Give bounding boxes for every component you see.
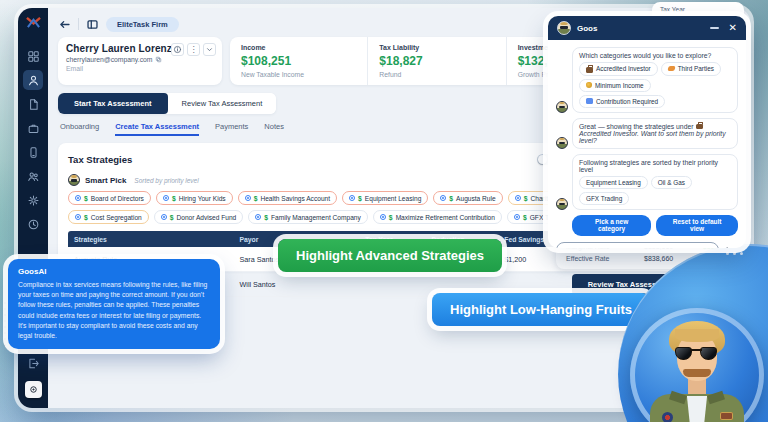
topbar-divider (78, 18, 79, 30)
stat-tax-liability: Tax Liability $18,827 Refund (367, 37, 505, 85)
strategy-chip[interactable]: $Cost Segregation (68, 210, 149, 224)
smart-pick-label: Smart Pick (85, 176, 126, 185)
documents-icon[interactable] (23, 94, 43, 114)
briefcase-icon (696, 124, 703, 130)
goos-avatar (556, 137, 568, 149)
strategy-chip[interactable]: $Hiring Your Kids (156, 191, 233, 205)
client-card: Cherry Lauren Lorenzo cherrylauren@compa… (58, 37, 222, 85)
client-email: cherrylauren@company.com (66, 56, 214, 63)
strategy-chip[interactable]: Equipment Leasing (579, 176, 648, 189)
chat-message: Following strategies are sorted by their… (556, 154, 738, 210)
start-tax-assessment-button[interactable]: Start Tax Assessment (58, 93, 168, 114)
dollar-icon: $ (389, 214, 393, 221)
category-chip[interactable]: Minimum Income (579, 79, 651, 92)
pick-new-category-button[interactable]: Pick a new category (572, 215, 651, 236)
collapse-chevron-button[interactable] (203, 43, 216, 56)
dots-decoration (726, 252, 743, 255)
tax-year-label: Tax Year (660, 6, 736, 13)
briefcase-icon[interactable] (23, 118, 43, 138)
chat-message-text: Great — showing the strategies under (579, 123, 693, 130)
goos-avatar (68, 174, 80, 186)
reset-default-view-button[interactable]: Reset to default view (656, 215, 738, 236)
dollar-icon: $ (254, 195, 258, 202)
chat-message-text: Which categories would you like to explo… (579, 52, 711, 59)
strategy-chip[interactable]: $Augusta Rule (433, 191, 502, 205)
kebab-menu-button[interactable]: ⋮ (187, 43, 200, 56)
minimize-icon[interactable] (710, 27, 719, 29)
dollar-icon: $ (358, 195, 362, 202)
firm-badge[interactable]: EliteTask Firm (106, 17, 179, 32)
tab-onboarding[interactable]: Onboarding (60, 122, 99, 136)
bot-launcher-button[interactable] (25, 381, 42, 398)
strategy-chip[interactable]: GFX Trading (579, 192, 629, 205)
goosai-tooltip: GoosAI Compliance in tax services means … (8, 259, 220, 349)
history-icon[interactable] (23, 214, 43, 234)
target-icon (163, 195, 169, 201)
target-icon (161, 214, 167, 220)
highlight-advanced-strategies-button[interactable]: Highlight Advanced Strategies (278, 239, 502, 272)
clients-icon[interactable] (23, 70, 43, 90)
numbers-icon (586, 98, 593, 104)
back-button[interactable] (58, 18, 71, 31)
chat-message: Great — showing the strategies under Acc… (556, 118, 738, 149)
mobile-icon[interactable] (23, 142, 43, 162)
briefcase-icon (586, 67, 593, 73)
strategy-chip[interactable]: $Health Savings Account (238, 191, 337, 205)
dollar-icon: $ (172, 195, 176, 202)
goos-avatar (557, 21, 571, 35)
strategy-chip[interactable]: Oil & Gas (651, 176, 692, 189)
target-icon (75, 214, 81, 220)
dollar-icon: $ (170, 214, 174, 221)
target-icon (75, 195, 81, 201)
assessment-toggle-group: Start Tax Assessment Review Tax Assessme… (58, 93, 276, 114)
tax-strategies-title: Tax Strategies (68, 154, 132, 165)
stat-income: Income $108,251 New Taxable Income (230, 37, 367, 85)
category-chip[interactable]: Accredited Investor (579, 62, 658, 76)
chat-input[interactable] (556, 242, 719, 249)
dollar-icon: $ (524, 195, 528, 202)
smart-pick-subtitle: Sorted by priority level (134, 177, 198, 184)
client-email-label: Email (66, 65, 214, 72)
dashboard-icon[interactable] (23, 46, 43, 66)
settings-icon[interactable] (23, 190, 43, 210)
strategy-chip[interactable]: $Family Management Company (248, 210, 368, 224)
goos-avatar (556, 198, 568, 210)
strategy-chip[interactable]: $Donor Advised Fund (154, 210, 244, 224)
send-button[interactable] (725, 246, 738, 249)
tab-notes[interactable]: Notes (264, 122, 284, 136)
copy-icon[interactable] (155, 56, 162, 63)
goosai-title: GoosAI (18, 267, 210, 276)
goos-avatar (556, 101, 568, 113)
target-icon (255, 214, 261, 220)
chat-message-text: Following strategies are sorted by their… (579, 159, 718, 173)
info-button[interactable] (171, 43, 184, 56)
mascot-mustache (683, 369, 711, 377)
tab-payments[interactable]: Payments (215, 122, 248, 136)
target-icon (514, 214, 520, 220)
category-chip[interactable]: Contribution Required (579, 95, 665, 108)
highlight-low-hanging-fruits-button[interactable]: Highlight Low-Hanging Fruits (432, 293, 650, 326)
chat-message-text: Accredited Investor. Want to sort them b… (579, 130, 726, 144)
category-chip[interactable]: Third Parties (661, 62, 721, 76)
logout-icon[interactable] (23, 353, 43, 373)
chat-panel: Goos ✕ Which categories would you like t… (548, 16, 746, 248)
strategy-chip[interactable]: $Maximize Retirement Contribution (373, 210, 502, 224)
handshake-icon (667, 66, 675, 71)
moneybag-icon (586, 82, 592, 89)
app-logo-icon (25, 15, 42, 30)
close-icon[interactable]: ✕ (729, 23, 737, 33)
dollar-icon: $ (264, 214, 268, 221)
team-icon[interactable] (23, 166, 43, 186)
desktop-background: EliteTask Firm Cherry Lauren Lorenzo che… (0, 0, 768, 422)
dollar-icon: $ (449, 195, 453, 202)
strategy-chip[interactable]: $Equipment Leasing (342, 191, 428, 205)
target-icon (515, 195, 521, 201)
chat-message: Which categories would you like to explo… (556, 47, 738, 113)
tab-create-tax-assessment[interactable]: Create Tax Assessment (115, 122, 199, 136)
target-icon (440, 195, 446, 201)
strategy-chip[interactable]: $Board of Directors (68, 191, 151, 205)
chat-input-row (556, 242, 738, 249)
dollar-icon: $ (523, 214, 527, 221)
review-tax-assessment-button[interactable]: Review Tax Assessment (168, 93, 277, 114)
panel-toggle-icon[interactable] (86, 18, 99, 31)
